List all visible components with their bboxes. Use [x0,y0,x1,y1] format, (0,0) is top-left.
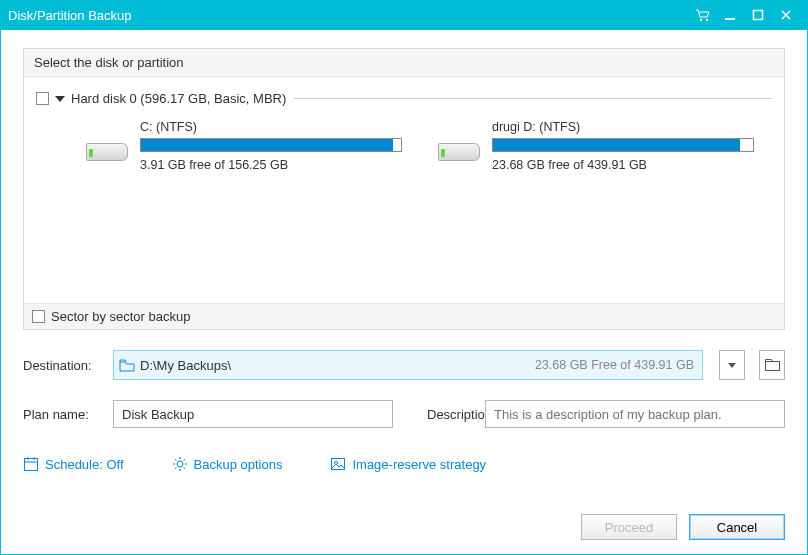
disk-label: Hard disk 0 (596.17 GB, Basic, MBR) [71,91,286,106]
svg-rect-2 [725,18,735,20]
backup-options-label: Backup options [194,457,283,472]
cancel-button[interactable]: Cancel [689,514,785,540]
description-input[interactable] [485,400,785,428]
partition-item[interactable]: drugi D: (NTFS) 23.68 GB free of 439.91 … [438,120,754,172]
divider [294,98,772,99]
disk-selection-panel: Select the disk or partition Hard disk 0… [23,48,785,330]
usage-bar [492,138,754,152]
svg-rect-4 [765,362,779,371]
svg-rect-10 [332,459,345,470]
plan-row: Plan name: Description: [23,400,785,428]
drive-icon [438,131,480,161]
partition-free: 23.68 GB free of 439.91 GB [492,158,754,172]
plan-name-input[interactable] [113,400,393,428]
footer-buttons: Proceed Cancel [581,514,785,540]
backup-options-link[interactable]: Backup options [172,456,283,472]
image-icon [330,456,346,472]
destination-row: Destination: D:\My Backups\ 23.68 GB Fre… [23,350,785,380]
maximize-icon[interactable] [744,9,772,21]
sector-backup-label: Sector by sector backup [51,309,190,324]
partition-list: C: (NTFS) 3.91 GB free of 156.25 GB drug… [36,106,772,172]
minimize-icon[interactable] [716,9,744,21]
svg-point-9 [177,461,183,467]
schedule-label: Schedule: Off [45,457,124,472]
cart-icon[interactable] [688,9,716,22]
options-links: Schedule: Off Backup options Image-reser… [23,456,785,472]
titlebar: Disk/Partition Backup [0,0,808,30]
svg-point-1 [705,18,707,20]
image-reserve-link[interactable]: Image-reserve strategy [330,456,486,472]
schedule-link[interactable]: Schedule: Off [23,456,124,472]
partition-free: 3.91 GB free of 156.25 GB [140,158,402,172]
gear-icon [172,456,188,472]
panel-header: Select the disk or partition [24,49,784,77]
expand-icon[interactable] [55,96,65,102]
image-reserve-label: Image-reserve strategy [352,457,486,472]
close-icon[interactable] [772,9,800,21]
folder-icon [114,359,140,372]
destination-free: 23.68 GB Free of 439.91 GB [535,358,702,372]
description-label: Description: [403,407,475,422]
browse-button[interactable] [759,350,785,380]
partition-item[interactable]: C: (NTFS) 3.91 GB free of 156.25 GB [86,120,402,172]
destination-label: Destination: [23,358,103,373]
disk-row[interactable]: Hard disk 0 (596.17 GB, Basic, MBR) [36,91,772,106]
proceed-button: Proceed [581,514,677,540]
svg-rect-3 [754,11,763,20]
calendar-icon [23,456,39,472]
panel-footer: Sector by sector backup [24,303,784,329]
destination-field[interactable]: D:\My Backups\ 23.68 GB Free of 439.91 G… [113,350,703,380]
partition-name: drugi D: (NTFS) [492,120,754,134]
usage-bar [140,138,402,152]
drive-icon [86,131,128,161]
destination-dropdown-button[interactable] [719,350,745,380]
svg-point-0 [699,18,701,20]
disk-checkbox[interactable] [36,92,49,105]
sector-backup-checkbox[interactable] [32,310,45,323]
svg-rect-5 [25,459,38,471]
destination-path: D:\My Backups\ [140,358,535,373]
partition-name: C: (NTFS) [140,120,402,134]
window-title: Disk/Partition Backup [8,8,688,23]
plan-name-label: Plan name: [23,407,103,422]
